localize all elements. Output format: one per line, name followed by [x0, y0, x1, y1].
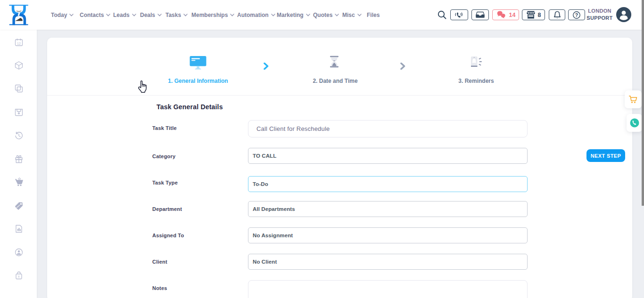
svg-text:12: 12	[17, 42, 21, 45]
svg-text:?: ?	[575, 12, 578, 17]
